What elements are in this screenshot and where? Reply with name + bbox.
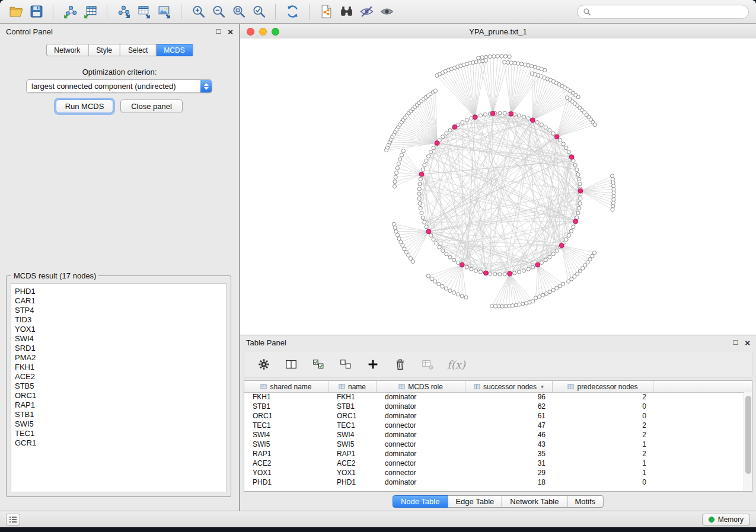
table-row[interactable]: PHD1PHD1dominator180 [244, 477, 744, 487]
table-row[interactable]: ORC1ORC1dominator610 [244, 411, 744, 421]
network-canvas[interactable] [240, 39, 756, 335]
table-cell: 29 [465, 469, 553, 477]
mcds-result-item[interactable]: TID3 [15, 315, 222, 325]
search-input[interactable] [594, 7, 743, 17]
tab-motifs[interactable]: Motifs [567, 495, 604, 508]
export-image-button[interactable] [154, 2, 174, 21]
column-header-name[interactable]: name [328, 381, 377, 392]
mcds-result-item[interactable]: SWI4 [15, 334, 222, 344]
hide-selected-button[interactable] [356, 2, 377, 21]
scrollbar-thumb[interactable] [745, 396, 751, 474]
close-panel-button[interactable]: Close panel [120, 100, 183, 113]
mcds-result-item[interactable]: FKH1 [15, 363, 222, 372]
table-cell: PHD1 [244, 478, 328, 486]
mcds-result-item[interactable]: PMA2 [15, 353, 222, 363]
table-cell: 1 [553, 440, 653, 448]
deselect-all-button[interactable] [338, 357, 353, 372]
export-table-button[interactable] [134, 2, 154, 21]
mcds-result-item[interactable]: PHD1 [15, 287, 222, 296]
criterion-value: largest connected component (undirected) [27, 80, 200, 92]
mcds-result-item[interactable]: ACE2 [15, 372, 222, 382]
table-cell: FKH1 [244, 393, 328, 401]
delete-column-button[interactable] [393, 357, 408, 372]
tab-style[interactable]: Style [88, 44, 120, 56]
export-network-button[interactable] [114, 2, 134, 21]
table-row[interactable]: TEC1TEC1connector472 [244, 421, 744, 430]
import-network-button[interactable] [60, 2, 80, 21]
import-network-icon [63, 4, 78, 19]
mcds-result-item[interactable]: ORC1 [15, 391, 222, 400]
tab-node-table[interactable]: Node Table [393, 495, 448, 508]
criterion-dropdown[interactable]: largest connected component (undirected) [26, 79, 212, 93]
zoom-in-button[interactable] [188, 2, 208, 21]
split-columns-button[interactable] [283, 357, 299, 372]
close-panel-icon[interactable]: × [228, 27, 233, 36]
tab-network-table[interactable]: Network Table [502, 495, 567, 508]
table-cell: FKH1 [328, 393, 377, 401]
select-all-button[interactable] [311, 357, 326, 372]
apply-layout-button[interactable] [282, 2, 302, 21]
mcds-result-item[interactable]: RAP1 [15, 400, 222, 410]
table-row[interactable]: STB1STB1dominator620 [244, 402, 744, 411]
close-window-icon[interactable] [247, 28, 254, 36]
zoom-out-button[interactable] [208, 2, 228, 21]
tab-edge-table[interactable]: Edge Table [448, 495, 502, 508]
table-cell: 0 [553, 402, 653, 411]
add-column-button[interactable] [365, 357, 381, 372]
mcds-result-item[interactable]: STP4 [15, 306, 222, 315]
mcds-result-item[interactable]: TEC1 [15, 429, 222, 438]
mcds-result-item[interactable]: CAR1 [15, 296, 222, 306]
tab-mcds[interactable]: MCDS [156, 44, 193, 56]
mcds-result-item[interactable]: STB1 [15, 410, 222, 419]
zoom-selected-button[interactable] [248, 2, 269, 21]
column-header-shared-name[interactable]: shared name [244, 381, 328, 392]
table-row[interactable]: SWI5SWI5connector431 [244, 440, 744, 449]
mcds-result-item[interactable]: YOX1 [15, 325, 222, 334]
import-table-button[interactable] [80, 2, 100, 21]
table-cell: 47 [465, 421, 553, 430]
run-mcds-button[interactable]: Run MCDS [56, 100, 113, 113]
table-settings-button[interactable] [256, 357, 272, 372]
show-all-button[interactable] [377, 2, 397, 21]
table-cell: 2 [553, 393, 653, 401]
column-header-successor-nodes[interactable]: successor nodes ▾ [465, 381, 553, 392]
table-scrollbar[interactable] [744, 392, 752, 491]
table-row[interactable]: RAP1RAP1dominator352 [244, 449, 744, 459]
close-panel-icon[interactable]: × [745, 338, 750, 347]
mcds-result-list[interactable]: PHD1CAR1STP4TID3YOX1SWI4SRD1PMA2FKH1ACE2… [11, 283, 227, 492]
control-panel: Control Panel □ × Network Style Select M… [0, 24, 240, 511]
panel-list-button[interactable] [6, 514, 20, 525]
zoom-fit-button[interactable] [228, 2, 248, 21]
table-cell: 1 [553, 469, 653, 477]
save-session-button[interactable] [26, 2, 46, 21]
export-document-button[interactable] [316, 2, 336, 21]
table-row[interactable]: FKH1FKH1dominator962 [244, 392, 744, 402]
list-icon [9, 516, 17, 523]
open-session-button[interactable] [6, 2, 26, 21]
mcds-result-item[interactable]: SWI5 [15, 419, 222, 429]
table-row[interactable]: SWI4SWI4dominator462 [244, 430, 744, 440]
table-cell: dominator [377, 393, 465, 401]
find-button[interactable] [336, 2, 356, 21]
column-header-mcds-role[interactable]: MCDS role [377, 381, 465, 392]
maximize-window-icon[interactable] [272, 28, 279, 36]
mcds-result-item[interactable]: GCR1 [15, 438, 222, 448]
memory-button[interactable]: Memory [702, 514, 750, 525]
float-panel-icon[interactable]: □ [216, 27, 221, 36]
float-panel-icon[interactable]: □ [733, 338, 738, 347]
search-box[interactable] [577, 5, 749, 19]
tab-network[interactable]: Network [46, 44, 88, 56]
sort-indicator-icon[interactable]: ▾ [541, 383, 544, 390]
mcds-result-item[interactable]: SRD1 [15, 344, 222, 353]
tab-select[interactable]: Select [120, 44, 156, 56]
mcds-result-item[interactable]: STB5 [15, 382, 222, 391]
table-row[interactable]: ACE2ACE2connector311 [244, 459, 744, 468]
column-label: name [348, 383, 366, 391]
minimize-window-icon[interactable] [259, 28, 267, 36]
table-cell: 1 [553, 459, 653, 467]
table-cell: 2 [553, 421, 653, 430]
delete-table-button[interactable] [420, 357, 435, 372]
column-header-predecessor-nodes[interactable]: predecessor nodes [553, 381, 653, 392]
table-row[interactable]: YOX1YOX1connector291 [244, 468, 744, 477]
function-builder-button[interactable]: f(x) [447, 357, 465, 372]
